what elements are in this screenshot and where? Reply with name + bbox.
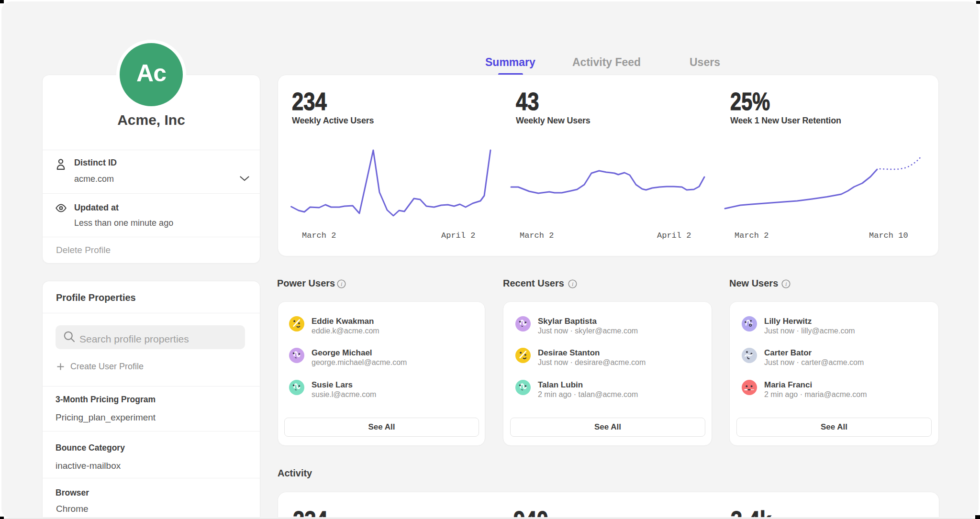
svg-text:i: i bbox=[572, 281, 574, 287]
svg-text:i: i bbox=[341, 281, 343, 287]
svg-text:i: i bbox=[785, 281, 787, 287]
